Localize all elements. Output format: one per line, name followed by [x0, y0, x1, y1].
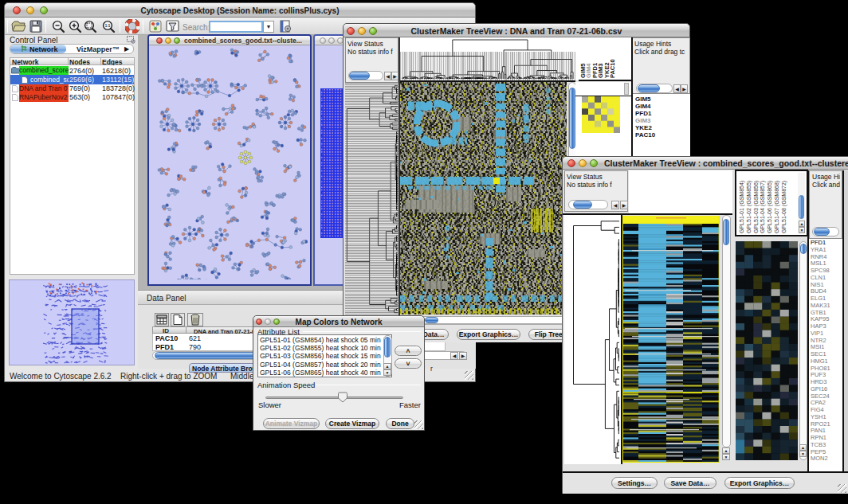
svg-text:1:1: 1:1 [105, 24, 111, 28]
